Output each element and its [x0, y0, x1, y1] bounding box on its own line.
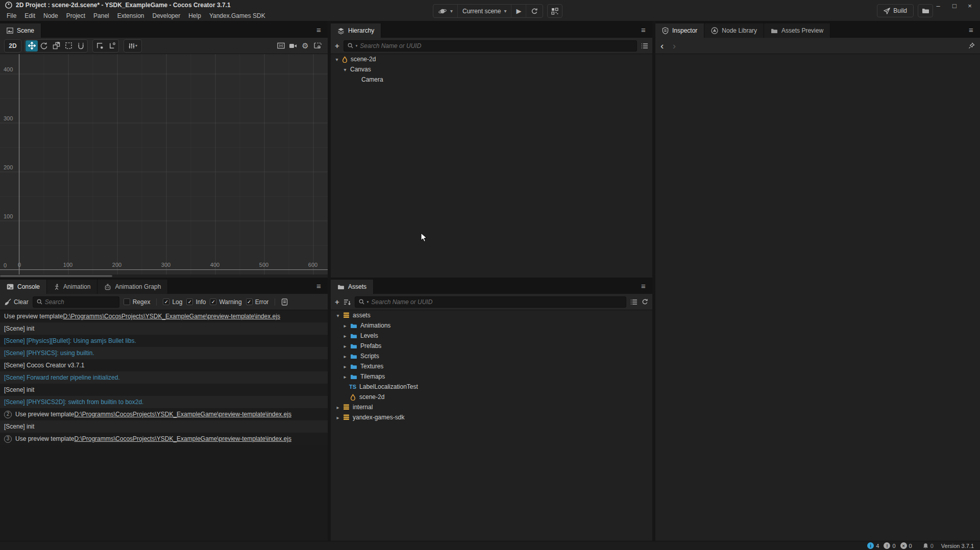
console-search[interactable]	[33, 296, 119, 308]
asset-row-tilemaps[interactable]: ▸ Tilemaps	[331, 371, 652, 382]
chevron-right-icon[interactable]: ▸	[342, 333, 348, 339]
log-link[interactable]: D:\Programms\CocosProjects\YSDK_ExampleG…	[63, 310, 280, 322]
asset-row-prefabs[interactable]: ▸ Prefabs	[331, 341, 652, 351]
assets-search-input[interactable]	[371, 298, 622, 306]
asset-row-labellocalizationtest[interactable]: TS LabelLocalizationTest	[331, 382, 652, 392]
toggle-2d-button[interactable]: 2D	[5, 40, 20, 52]
assets-menu-icon[interactable]: ≡	[641, 282, 646, 290]
scene-viewport[interactable]: 400 300 200 100 0 0 100 200 300 400 500 …	[0, 54, 328, 274]
tab-animation[interactable]: Animation	[47, 280, 97, 294]
console-log-row[interactable]: [Scene] [PHYSICS2D]: switch from builtin…	[0, 396, 328, 408]
move-tool-button[interactable]	[26, 40, 38, 52]
build-button[interactable]: Build	[877, 4, 914, 17]
log-filter[interactable]: ✓ Log	[163, 298, 182, 306]
refresh-icon[interactable]	[642, 298, 648, 305]
forward-icon[interactable]: ›	[673, 40, 676, 51]
maximize-button[interactable]: □	[947, 1, 962, 11]
log-link[interactable]: D:\Programms\CocosProjects\YSDK_ExampleG…	[74, 408, 291, 420]
log-checkbox[interactable]: ✓	[163, 298, 169, 305]
gear-icon[interactable]: ⚙	[300, 41, 310, 51]
console-log-row[interactable]: 3Use preview template D:\Programms\Cocos…	[0, 433, 328, 445]
menu-extension[interactable]: Extension	[113, 10, 149, 21]
menu-developer[interactable]: Developer	[148, 10, 184, 21]
ui-transform-tool-button[interactable]	[75, 40, 87, 52]
hierarchy-search-input[interactable]	[360, 42, 633, 49]
console-log-row[interactable]: [Scene] Forward render pipeline initiali…	[0, 371, 328, 384]
chevron-right-icon[interactable]: ▸	[335, 415, 341, 420]
console-log-row[interactable]: [Scene] init	[0, 322, 328, 335]
console-log-row[interactable]: Use preview template D:\Programms\CocosP…	[0, 310, 328, 322]
play-button[interactable]: ▶	[511, 5, 526, 17]
asset-row-internal[interactable]: ▸ internal	[331, 402, 652, 412]
menu-panel[interactable]: Panel	[89, 10, 113, 21]
minimize-button[interactable]: –	[931, 1, 945, 11]
console-search-input[interactable]	[45, 298, 124, 306]
asset-row-scripts[interactable]: ▸ Scripts	[331, 351, 652, 361]
status-errors[interactable]: × 0	[900, 542, 912, 549]
scrollbar-thumb[interactable]	[0, 275, 112, 277]
back-icon[interactable]: ‹	[660, 40, 664, 51]
console-log-row[interactable]: [Scene] init	[0, 384, 328, 396]
menu-help[interactable]: Help	[184, 10, 205, 21]
ruler-toggle-button[interactable]	[276, 41, 286, 51]
inspector-menu-icon[interactable]: ≡	[969, 26, 973, 34]
error-filter[interactable]: ✓ Error	[246, 298, 269, 306]
error-checkbox[interactable]: ✓	[246, 298, 253, 305]
tab-inspector[interactable]: Inspector	[655, 23, 704, 38]
tab-node-library[interactable]: Node Library	[704, 23, 764, 38]
chevron-right-icon[interactable]: ▸	[342, 354, 348, 359]
assets-search[interactable]: ▾	[355, 296, 626, 308]
hierarchy-node-scene-2d[interactable]: ▾ scene-2d	[331, 54, 652, 64]
console-log-row[interactable]: [Scene] [Physics][Bullet]: Using asmjs B…	[0, 335, 328, 347]
tab-console[interactable]: Console	[0, 280, 47, 294]
tab-animation-graph[interactable]: Animation Graph	[97, 280, 168, 294]
hierarchy-node-camera[interactable]: Camera	[331, 74, 652, 85]
pin-icon[interactable]	[968, 42, 975, 49]
clear-console-button[interactable]: Clear	[4, 298, 29, 306]
chevron-right-icon[interactable]: ▸	[342, 364, 348, 369]
tab-scene[interactable]: Scene	[0, 23, 41, 38]
rect-tool-button[interactable]	[62, 40, 75, 52]
asset-row-assets[interactable]: ▾ assets	[331, 310, 652, 320]
console-log-row[interactable]: [Scene] init	[0, 420, 328, 433]
chevron-down-icon[interactable]: ▾	[335, 313, 341, 318]
status-info[interactable]: i 4	[867, 542, 879, 549]
asset-row-levels[interactable]: ▸ Levels	[331, 331, 652, 341]
log-link[interactable]: D:\Programms\CocosProjects\YSDK_ExampleG…	[74, 433, 291, 445]
hierarchy-search[interactable]: ▾	[344, 40, 637, 52]
scene-select-dropdown[interactable]: Current scene ▾	[458, 5, 511, 17]
asset-row-yandex-games-sdk[interactable]: ▸ yandex-games-sdk	[331, 412, 652, 422]
chevron-right-icon[interactable]: ▸	[342, 343, 348, 349]
log-file-icon[interactable]	[281, 298, 288, 306]
console-log-row[interactable]: [Scene] Cocos Creator v3.7.1	[0, 359, 328, 371]
chevron-down-icon[interactable]: ▾	[342, 67, 348, 72]
console-log-row[interactable]: 2Use preview template D:\Programms\Cocos…	[0, 408, 328, 420]
rotate-tool-button[interactable]	[38, 40, 50, 52]
menu-file[interactable]: File	[3, 10, 20, 21]
console-log-row[interactable]: [Scene] [PHYSICS]: using builtin.	[0, 347, 328, 359]
info-filter[interactable]: ✓ Info	[186, 298, 206, 306]
chevron-right-icon[interactable]: ▸	[342, 374, 348, 380]
tab-hierarchy[interactable]: Hierarchy	[331, 23, 381, 38]
chevron-right-icon[interactable]: ▸	[335, 405, 341, 410]
gizmo-display-button[interactable]	[312, 41, 323, 51]
camera-view-button[interactable]	[288, 41, 298, 51]
gizmo-settings-dropdown[interactable]: ▾	[125, 40, 141, 52]
snap-tool-button[interactable]	[93, 40, 106, 52]
reload-button[interactable]	[526, 5, 543, 17]
asset-row-textures[interactable]: ▸ Textures	[331, 361, 652, 371]
scale-tool-button[interactable]	[50, 40, 62, 52]
hierarchy-menu-icon[interactable]: ≡	[641, 26, 646, 34]
scene-menu-icon[interactable]: ≡	[316, 26, 321, 34]
sort-icon[interactable]	[344, 299, 351, 305]
menu-edit[interactable]: Edit	[20, 10, 39, 21]
menu-yandex-games-sdk[interactable]: Yandex.Games SDK	[205, 10, 270, 21]
tab-assets[interactable]: Assets	[331, 280, 374, 294]
menu-node[interactable]: Node	[39, 10, 62, 21]
warning-checkbox[interactable]: ✓	[210, 298, 216, 305]
console-menu-icon[interactable]: ≡	[316, 282, 321, 290]
info-checkbox[interactable]: ✓	[186, 298, 193, 305]
add-asset-icon[interactable]: +	[335, 297, 339, 306]
asset-row-scene-2d[interactable]: scene-2d	[331, 392, 652, 402]
pivot-tool-button[interactable]	[106, 40, 118, 52]
